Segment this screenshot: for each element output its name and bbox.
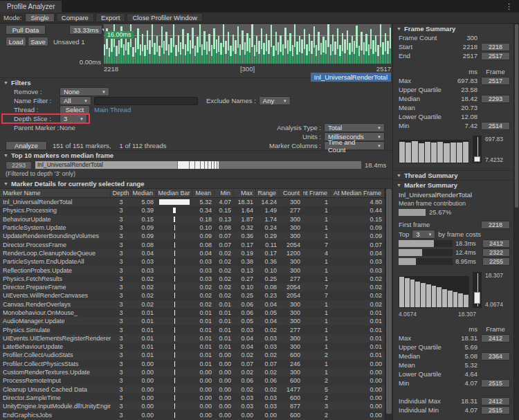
export-button[interactable]: Export <box>95 13 125 22</box>
marker-details-section-header[interactable]: ▼ Marker Details for currently selected … <box>0 179 392 188</box>
table-row[interactable]: Canvas.RenderOverlays30.020.020.010.060.… <box>0 300 385 309</box>
frame-bar <box>142 34 143 64</box>
frame-badge-button[interactable]: 2218 <box>481 43 510 51</box>
top10-segment[interactable] <box>178 161 189 169</box>
table-row[interactable]: Profiler.CollectAudioStats30.010.010.000… <box>0 351 385 359</box>
table-row[interactable]: Monobehaviour.OnMouse_30.010.010.010.060… <box>0 309 385 317</box>
top10-segment[interactable] <box>205 161 208 169</box>
table-row[interactable]: UIEvents.UIElementsRegisterRenderers30.0… <box>0 334 385 343</box>
top10-segment[interactable] <box>212 161 214 169</box>
scale-dropdown[interactable]: 33.33ms▼ <box>69 25 102 35</box>
table-row[interactable]: UIEvents.WillRenderCanvases30.020.020.02… <box>0 291 385 300</box>
table-row[interactable]: Inl_UniversalRenderTotal35.085.324.0718.… <box>0 198 385 206</box>
column-header[interactable]: Max <box>234 189 256 197</box>
column-header[interactable]: Marker Name <box>0 189 111 197</box>
name-filter-input[interactable] <box>94 97 198 105</box>
frame-badge-button[interactable]: 2515 <box>481 379 510 387</box>
column-header[interactable]: Depth <box>111 189 131 197</box>
frame-badge-button[interactable]: 2517 <box>481 77 510 85</box>
name-filter-mode-dropdown[interactable]: All▼ <box>60 96 91 105</box>
exclude-names-dropdown[interactable]: Any▼ <box>259 96 291 105</box>
table-row[interactable]: ProcessRemoteInput30.000.000.000.060.066… <box>0 376 385 385</box>
close-profiler-window-button[interactable]: Close Profiler Window <box>127 13 202 22</box>
value-cell: 0.00 <box>131 386 156 393</box>
top10-segment[interactable] <box>217 161 219 169</box>
thread-value-link[interactable]: Main Thread <box>94 106 131 113</box>
table-row[interactable]: Physics.Simulate30.010.010.010.030.02277… <box>0 325 385 334</box>
table-row[interactable]: ParticleSystem.Update30.090.100.080.320.… <box>0 223 385 232</box>
depth-slice-dropdown[interactable]: 3▼ <box>60 114 87 123</box>
frame-badge-button[interactable]: 2412 <box>481 334 510 343</box>
table-row[interactable]: UnityEngine.InputModule.dll!UnityEngineI… <box>0 402 385 410</box>
top10-segment[interactable] <box>195 161 199 169</box>
frame-badge-button[interactable]: 2255 <box>482 257 510 266</box>
top10-segment[interactable] <box>201 161 204 169</box>
mode-single-button[interactable]: Single <box>25 13 54 22</box>
remove-dropdown[interactable]: None▼ <box>60 87 109 96</box>
table-row[interactable]: RenderLoop.CleanupNodeQueue30.040.040.02… <box>0 249 385 257</box>
frame-badge-button[interactable]: 2517 <box>481 52 510 60</box>
table-row[interactable]: CustomRenderTextures.Update30.000.000.00… <box>0 368 385 376</box>
mode-compare-button[interactable]: Compare <box>56 13 94 22</box>
marker-name-cell: BehaviourUpdate <box>0 216 111 223</box>
column-header[interactable]: Min <box>215 189 234 197</box>
table-row[interactable]: LateBehaviourUpdate30.010.010.010.040.03… <box>0 343 385 351</box>
load-button[interactable]: Load <box>6 37 26 46</box>
column-header[interactable]: Median <box>131 189 156 197</box>
top10-segment[interactable] <box>208 161 211 169</box>
table-row[interactable]: Profiler.CollectPhysicsStats30.000.010.0… <box>0 360 385 368</box>
analysis-type-dropdown[interactable]: Total▼ <box>324 123 385 132</box>
thread-select-button[interactable]: Select <box>60 105 90 114</box>
table-row[interactable]: Physics.FetchResults30.020.030.020.270.2… <box>0 275 385 283</box>
analyze-button[interactable]: Analyze <box>6 141 47 150</box>
top10-segment[interactable] <box>215 161 217 169</box>
table-row[interactable]: UpdateRendererBoundingVolumes30.090.090.… <box>0 232 385 240</box>
frame-badge-button[interactable]: 2412 <box>482 239 510 248</box>
column-header[interactable]: Count Frame <box>303 189 331 197</box>
table-row[interactable]: BehaviourUpdate30.150.180.131.871.743001… <box>0 215 385 223</box>
column-header[interactable]: Median Bar <box>156 189 192 197</box>
kebab-menu-icon[interactable]: ⋮ <box>499 2 519 11</box>
frame-badge-button[interactable]: 2322 <box>482 248 510 257</box>
top10-segment[interactable]: Inl_UniversalRenderTotal <box>35 161 177 169</box>
median-frame-badge-button[interactable]: 2293 <box>6 161 32 170</box>
table-row[interactable]: EndGraphicsJobs30.000.000.000.000.006002… <box>0 410 385 419</box>
column-header[interactable]: Count <box>280 189 303 197</box>
column-header[interactable]: Range <box>256 189 280 197</box>
frame-summary-header[interactable]: ▼ Frame Summary <box>393 24 513 33</box>
selected-marker-badge[interactable]: Inl_UniversalRenderTotal <box>311 73 391 82</box>
frame-badge-button[interactable]: 2218 <box>481 221 510 229</box>
column-header[interactable]: At Median Frame <box>331 189 385 197</box>
column-header[interactable]: Mean <box>192 189 215 197</box>
frame-badge-button[interactable]: 2364 <box>481 352 510 360</box>
right-panel-scrollbar[interactable] <box>513 24 519 420</box>
save-button[interactable]: Save <box>28 37 48 46</box>
table-row[interactable]: AudioManager.Update30.010.010.010.050.04… <box>0 317 385 325</box>
pull-data-button[interactable]: Pull Data <box>6 25 46 35</box>
table-row[interactable]: ReflectionProbes.Update30.030.030.020.13… <box>0 266 385 274</box>
marker-summary-header[interactable]: ▼ Marker Summary <box>393 180 513 190</box>
top-n-dropdown[interactable]: 3▼ <box>412 230 435 239</box>
top10-stacked-bar[interactable]: Inl_UniversalRenderTotal <box>35 161 361 169</box>
table-row[interactable]: Cleanup Unused Cached Data30.000.000.000… <box>0 385 385 394</box>
frame-badge-button[interactable]: 2514 <box>481 122 510 130</box>
table-row[interactable]: Director.ProcessFrame30.080.080.070.170.… <box>0 240 385 248</box>
scrollbar-thumb[interactable] <box>515 24 518 208</box>
marker-columns-dropdown[interactable]: Time and Count▼ <box>324 141 385 150</box>
value-cell: 1200 <box>280 250 303 257</box>
table-row[interactable]: Physics.Processing30.390.340.151.641.492… <box>0 206 385 214</box>
frame-badge-button[interactable]: 2412 <box>481 397 510 405</box>
top10-segment[interactable] <box>190 161 195 169</box>
table-row[interactable]: Director.SampleTime30.000.000.000.030.03… <box>0 394 385 402</box>
frame-badge-button[interactable]: 2293 <box>481 95 510 103</box>
value-cell: 3 <box>111 369 131 376</box>
frame-bar <box>306 44 307 64</box>
table-row[interactable]: Director.PrepareFrame30.020.020.020.100.… <box>0 283 385 291</box>
table-row[interactable]: ParticleSystem.EndUpdateAll30.030.030.02… <box>0 257 385 266</box>
thread-summary-header[interactable]: ▼ Thread Summary <box>393 170 513 180</box>
scrollbar-thumb[interactable] <box>386 189 392 414</box>
frame-badge-button[interactable]: 2515 <box>481 406 510 414</box>
table-scrollbar[interactable] <box>385 188 392 420</box>
frame-time-chart[interactable]: 16.00ms <box>104 24 391 64</box>
tab-profile-analyzer[interactable]: Profile Analyzer <box>0 1 62 12</box>
